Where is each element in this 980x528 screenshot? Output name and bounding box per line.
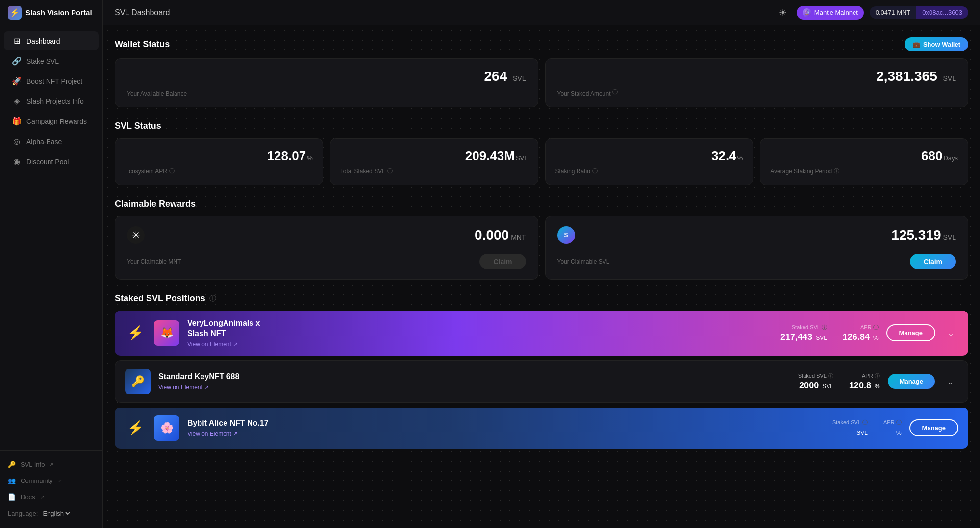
- view-on-element-link-1[interactable]: View on Element ↗: [187, 341, 773, 348]
- language-label: Language:: [8, 510, 38, 517]
- svl-icon: S: [557, 226, 575, 244]
- apr-stat-3: APR ⓘ %: [883, 419, 902, 437]
- wallet-status-header: Wallet Status 💼 Show Wallet: [115, 37, 968, 51]
- topbar-right: ☀ 🔮 Mantle Mainnet 0.0471 MNT 0x08ac...3…: [775, 5, 968, 21]
- docs-icon: 📄: [8, 493, 16, 501]
- network-icon: 🔮: [803, 8, 811, 17]
- chevron-down-button-2[interactable]: ⌄: [943, 374, 958, 389]
- apr-value-2: 120.8 %: [849, 381, 880, 391]
- mnt-icon: ✳: [127, 226, 145, 244]
- manage-button-3[interactable]: Manage: [909, 419, 958, 436]
- sidebar-item-campaign-rewards[interactable]: 🎁 Campaign Rewards: [4, 112, 99, 131]
- network-label: Mantle Mainnet: [814, 9, 858, 16]
- rewards-icon: 🎁: [12, 117, 22, 126]
- sidebar-nav: ⊞ Dashboard 🔗 Stake SVL 🚀 Boost NFT Proj…: [0, 25, 102, 450]
- boost-icon: 🚀: [12, 76, 22, 86]
- avg-staking-label: Average Staking Period ⓘ: [770, 168, 958, 175]
- external-link-icon: ↗: [233, 341, 238, 348]
- info-icon: ⓘ: [873, 324, 879, 331]
- available-balance-value: 264 SVL: [484, 69, 526, 84]
- position-inner-1: ⚡ 🦊 VeryLongAnimals x Slash NFT View on …: [115, 311, 968, 356]
- staking-ratio-value: 32.4%: [711, 148, 743, 163]
- sidebar-item-dashboard[interactable]: ⊞ Dashboard: [4, 31, 99, 50]
- positions-info-icon: ⓘ: [209, 294, 216, 303]
- mnt-reward-card: ✳ 0.000MNT Your Claimable MNT Claim: [115, 216, 538, 280]
- svl-reward-top: S 125.319SVL: [557, 226, 956, 244]
- sidebar-item-alpha-base[interactable]: ◎ Alpha-Base: [4, 132, 99, 151]
- info-icon: ⓘ: [875, 372, 880, 380]
- wallet-status-title: Wallet Status: [115, 39, 170, 49]
- apr-value-3: %: [883, 427, 902, 437]
- sidebar: ⚡ Slash Vision Portal ⊞ Dashboard 🔗 Stak…: [0, 0, 103, 528]
- external-link-icon: ↗: [58, 478, 62, 483]
- position-name-3: Bybit Alice NFT No.17: [187, 418, 825, 429]
- external-link-icon: ↗: [233, 431, 238, 437]
- info-icon: ⓘ: [169, 168, 175, 175]
- chevron-down-button-1[interactable]: ⌄: [943, 326, 958, 340]
- available-balance-label: Your Available Balance: [127, 90, 526, 97]
- sidebar-item-stake-svl[interactable]: 🔗 Stake SVL: [4, 51, 99, 71]
- claimable-rewards-header: Claimable Rewards: [115, 199, 968, 209]
- main-content: Wallet Status 💼 Show Wallet 264 SVL Your…: [103, 25, 980, 528]
- mnt-reward-top: ✳ 0.000MNT: [127, 226, 526, 244]
- sidebar-item-boost-nft[interactable]: 🚀 Boost NFT Project: [4, 72, 99, 91]
- sidebar-item-discount-pool[interactable]: ◉ Discount Pool: [4, 152, 99, 171]
- svl-claim-button[interactable]: Claim: [910, 254, 956, 269]
- ecosystem-apr-value-wrap: 128.07%: [125, 148, 313, 164]
- rewards-grid: ✳ 0.000MNT Your Claimable MNT Claim S: [115, 216, 968, 280]
- language-select[interactable]: English: [41, 509, 72, 518]
- sidebar-item-svl-info[interactable]: 🔑 SVL Info ↗: [0, 456, 102, 473]
- boost-badge-icon-3: ⚡: [125, 417, 146, 439]
- view-on-element-link-2[interactable]: View on Element ↗: [158, 384, 790, 391]
- balance-value-row: 264 SVL: [127, 69, 526, 84]
- info-icon: ⓘ: [834, 168, 839, 175]
- dashboard-icon: ⊞: [12, 36, 22, 46]
- position-info-1: VeryLongAnimals x Slash NFT View on Elem…: [187, 318, 773, 348]
- logo-icon: ⚡: [8, 6, 22, 20]
- position-stats-3: Staked SVL ⓘ SVL APR ⓘ: [832, 419, 902, 437]
- manage-button-1[interactable]: Manage: [886, 324, 935, 341]
- wallet-icon: 💼: [912, 41, 920, 48]
- total-staked-value-wrap: 209.43MSVL: [340, 148, 528, 164]
- svl-value-wrap: 125.319SVL: [581, 227, 956, 243]
- manage-button-2[interactable]: Manage: [888, 374, 935, 389]
- staked-svl-stat-2: Staked SVL ⓘ 2000 SVL: [798, 372, 833, 391]
- sidebar-item-community[interactable]: 👥 Community ↗: [0, 473, 102, 489]
- theme-toggle-button[interactable]: ☀: [775, 5, 791, 21]
- position-inner-2: 🔑 Standard KeyNFT 688 View on Element ↗ …: [115, 361, 968, 402]
- network-badge[interactable]: 🔮 Mantle Mainnet: [797, 6, 864, 20]
- community-icon: 👥: [8, 477, 16, 484]
- positions-title: Staked SVL Positions: [115, 293, 205, 304]
- position-card-3: ⚡ 🌸 Bybit Alice NFT No.17 View on Elemen…: [115, 408, 968, 449]
- avg-staking-value-wrap: 680Days: [770, 148, 958, 164]
- view-on-element-link-3[interactable]: View on Element ↗: [187, 431, 825, 437]
- svl-status-grid: 128.07% Ecosystem APR ⓘ 209.43MSVL Total…: [115, 138, 968, 185]
- sidebar-logo: ⚡ Slash Vision Portal: [0, 0, 102, 25]
- svl-info-icon: 🔑: [8, 461, 16, 468]
- logo-text: Slash Vision Portal: [25, 8, 92, 17]
- available-balance-card: 264 SVL Your Available Balance: [115, 58, 538, 107]
- sidebar-item-docs[interactable]: 📄 Docs ↗: [0, 489, 102, 505]
- language-selector: Language: English: [0, 505, 102, 522]
- external-link-icon: ↗: [50, 462, 53, 467]
- position-info-2: Standard KeyNFT 688 View on Element ↗: [158, 372, 790, 391]
- position-info-3: Bybit Alice NFT No.17 View on Element ↗: [187, 418, 825, 437]
- show-wallet-button[interactable]: 💼 Show Wallet: [905, 37, 968, 51]
- sidebar-item-label: Alpha-Base: [26, 138, 62, 145]
- nft-image-1: 🦊: [154, 320, 179, 346]
- wallet-address[interactable]: 0x08ac...3603: [916, 6, 968, 19]
- staked-svl-value-1: 217,443 SVL: [780, 332, 827, 342]
- avg-staking-value: 680Days: [921, 148, 958, 163]
- external-link-icon: ↗: [204, 384, 209, 391]
- staked-amount-value: 2,381.365 SVL: [876, 69, 956, 84]
- sidebar-item-label: Campaign Rewards: [26, 118, 87, 125]
- apr-stat-1: APR ⓘ 126.84 %: [843, 324, 879, 342]
- external-link-icon: ↗: [40, 494, 44, 500]
- mnt-value-wrap: 0.000MNT: [151, 227, 526, 243]
- nft-image-2: 🔑: [125, 369, 151, 394]
- info-icon: ⓘ: [612, 88, 618, 96]
- staked-amount-label: Your Staked Amount: [557, 90, 611, 97]
- mnt-claim-button[interactable]: Claim: [479, 254, 526, 269]
- staked-amount-card: 2,381.365 SVL Your Staked Amount ⓘ: [545, 58, 969, 107]
- sidebar-item-slash-projects[interactable]: ◈ Slash Projects Info: [4, 92, 99, 111]
